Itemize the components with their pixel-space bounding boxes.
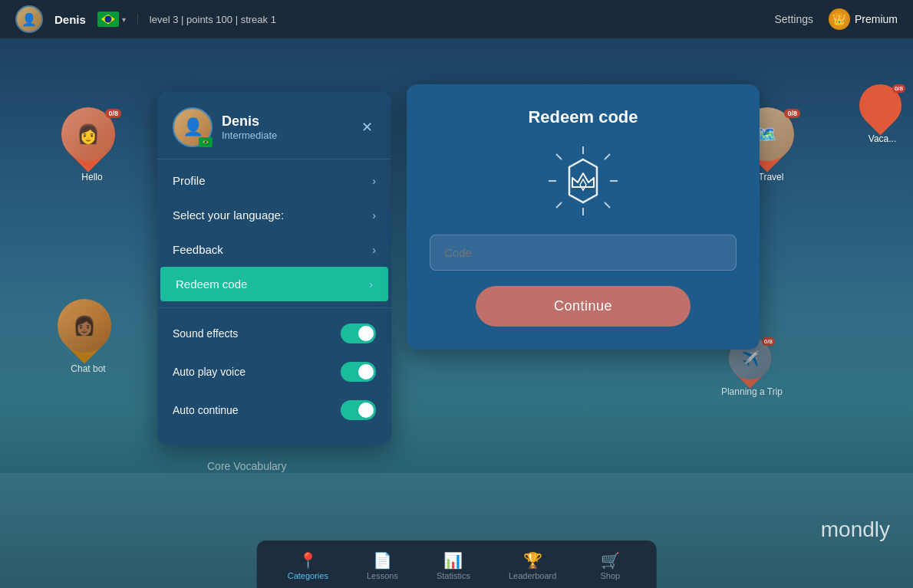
pin-label-hello: Hello	[81, 172, 102, 182]
user-avatar: 👤	[15, 5, 43, 33]
leaderboard-label: Leaderboard	[509, 571, 556, 580]
auto-continue-toggle[interactable]	[341, 400, 376, 420]
categories-icon: 📍	[298, 551, 318, 570]
nav-categories[interactable]: 📍 Categories	[272, 547, 344, 585]
menu-item-language[interactable]: Select your language: ›	[157, 198, 391, 232]
pin-count-travel: 0/8	[784, 109, 800, 118]
toggle-auto-continue: Auto continue	[157, 391, 391, 429]
flag-button[interactable]: ▾	[97, 11, 126, 27]
pin-count-vacation: 0/8	[892, 84, 905, 93]
shop-icon: 🛒	[601, 551, 620, 570]
redeem-title: Redeem code	[528, 107, 638, 127]
menu-avatar: 👤 🇧🇷	[173, 107, 213, 147]
auto-play-voice-label: Auto play voice	[173, 366, 246, 378]
svg-line-7	[556, 202, 562, 208]
toggle-auto-play-voice: Auto play voice	[157, 353, 391, 391]
shop-label: Shop	[600, 571, 620, 580]
nav-statistics[interactable]: 📊 Statistics	[421, 547, 486, 585]
sound-effects-label: Sound effects	[173, 327, 238, 340]
menu-panel: 👤 🇧🇷 Denis Intermediate ✕ Profile › Sele…	[157, 92, 391, 445]
flag-chevron-icon: ▾	[122, 15, 126, 24]
chevron-right-icon: ›	[372, 175, 376, 187]
topbar-left: 👤 Denis ▾ level 3 | points 100 | streak …	[15, 5, 276, 33]
leaderboard-icon: 🏆	[523, 551, 542, 570]
brazil-flag	[97, 11, 119, 27]
pin-shape: 👩	[51, 97, 127, 172]
premium-button[interactable]: 👑 Premium	[829, 8, 898, 30]
chevron-right-icon-4: ›	[369, 278, 373, 291]
menu-item-feedback[interactable]: Feedback ›	[157, 232, 391, 267]
menu-item-profile-label: Profile	[173, 174, 206, 187]
nav-shop[interactable]: 🛒 Shop	[579, 547, 641, 585]
statistics-icon: 📊	[443, 551, 463, 570]
toggle-sound-effects: Sound effects	[157, 314, 391, 353]
nav-lessons[interactable]: 📄 Lessons	[351, 547, 414, 585]
crown-svg	[545, 143, 621, 219]
close-button[interactable]: ✕	[358, 116, 376, 139]
pin-head-container: 0/8	[859, 84, 905, 130]
bottom-nav: 📍 Categories 📄 Lessons 📊 Statistics 🏆 Le…	[257, 540, 657, 588]
svg-marker-8	[569, 159, 597, 202]
svg-line-4	[556, 154, 562, 159]
chevron-right-icon-3: ›	[372, 244, 376, 256]
pin-label-vacation: Vaca...	[869, 133, 896, 144]
topbar: 👤 Denis ▾ level 3 | points 100 | streak …	[0, 0, 913, 38]
pin-hello[interactable]: 👩 0/8 Hello	[61, 107, 123, 182]
menu-item-redeem[interactable]: Redeem code ›	[160, 267, 388, 301]
premium-icon: 👑	[829, 8, 850, 30]
menu-item-profile[interactable]: Profile ›	[157, 163, 391, 198]
nav-leaderboard[interactable]: 🏆 Leaderboard	[493, 547, 572, 585]
mondly-logo: mondly	[821, 517, 890, 542]
crown-icon	[545, 143, 621, 219]
stats-text: level 3 | points 100 | streak 1	[137, 14, 276, 25]
pin-count: 0/8	[105, 109, 121, 118]
menu-item-feedback-label: Feedback	[173, 243, 223, 256]
menu-username: Denis	[222, 113, 349, 130]
avatar-flag: 🇧🇷	[199, 137, 213, 147]
svg-line-5	[605, 202, 610, 208]
flag-circle	[104, 16, 111, 23]
lessons-label: Lessons	[367, 571, 398, 580]
menu-divider	[157, 307, 391, 308]
pin-label-travel: Travel	[759, 172, 784, 182]
categories-label: Categories	[288, 571, 328, 580]
pin-vacation[interactable]: 0/8 Vaca...	[859, 84, 905, 144]
chevron-right-icon-2: ›	[372, 209, 376, 222]
auto-play-voice-toggle[interactable]	[341, 362, 376, 382]
menu-user-info: Denis Intermediate	[222, 113, 349, 141]
menu-item-redeem-label: Redeem code	[176, 278, 247, 291]
topbar-username: Denis	[54, 13, 86, 26]
menu-header: 👤 🇧🇷 Denis Intermediate ✕	[157, 92, 391, 159]
premium-label: Premium	[855, 13, 898, 25]
pin-head-container: 👩 0/8	[61, 107, 123, 169]
settings-button[interactable]: Settings	[774, 13, 813, 25]
redeem-panel: Redeem code Continue	[407, 84, 760, 350]
menu-items: Profile › Select your language: › Feedba…	[157, 163, 391, 301]
menu-level: Intermediate	[222, 130, 349, 141]
topbar-right: Settings 👑 Premium	[774, 8, 898, 30]
statistics-label: Statistics	[437, 571, 470, 580]
code-input[interactable]	[430, 235, 737, 271]
lessons-icon: 📄	[373, 551, 392, 570]
menu-item-language-label: Select your language:	[173, 209, 284, 222]
sound-effects-toggle[interactable]	[341, 324, 376, 343]
continue-button[interactable]: Continue	[476, 286, 691, 327]
auto-continue-label: Auto continue	[173, 404, 239, 416]
svg-line-6	[605, 154, 610, 159]
